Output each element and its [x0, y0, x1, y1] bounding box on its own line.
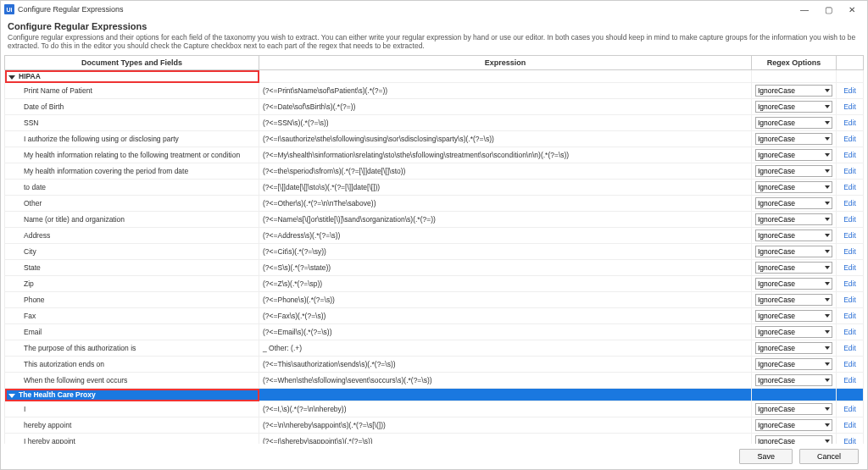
field-row[interactable]: My health information relating to the fo…: [5, 147, 864, 163]
regex-options-select[interactable]: [755, 310, 832, 322]
regex-options-select[interactable]: [755, 262, 832, 274]
field-row[interactable]: Date of Birth(?<=Date\sof\sBirth\s)(.*(?…: [5, 99, 864, 115]
group-label: The Health Care Proxy: [19, 390, 96, 399]
field-name: When the following event occurs: [5, 373, 259, 389]
regex-options-select[interactable]: [755, 85, 832, 97]
field-row[interactable]: City(?<=Cit\s)(.*(?=\sy))Edit: [5, 244, 864, 260]
edit-link[interactable]: Edit: [843, 405, 856, 413]
field-expression: (?<=\n\nhereby\sappoint\s)(.*(?=\s[\(])): [259, 417, 752, 434]
field-expression: (?<=Address\s)(.*(?=\s)): [259, 228, 752, 244]
regex-options-select[interactable]: [755, 342, 832, 354]
field-row[interactable]: Other(?<=Other\s)(.*(?=\n\nThe\sabove))E…: [5, 196, 864, 212]
edit-link[interactable]: Edit: [843, 231, 856, 240]
field-row[interactable]: The purpose of this authorization is_ Ot…: [5, 340, 864, 357]
field-name: Date of Birth: [5, 99, 259, 115]
field-row[interactable]: to date(?<=[\]]date[\[]\sto\s)(.*(?=[\]]…: [5, 180, 864, 196]
field-row[interactable]: hereby appoint(?<=\n\nhereby\sappoint\s)…: [5, 417, 864, 434]
field-expression: (?<=Cit\s)(.*(?=\sy)): [259, 244, 752, 260]
regex-options-cell: [752, 276, 837, 292]
regex-options-select[interactable]: [755, 294, 832, 306]
cancel-button[interactable]: Cancel: [799, 449, 859, 464]
field-name: to date: [5, 180, 259, 196]
edit-link[interactable]: Edit: [843, 312, 856, 320]
edit-link[interactable]: Edit: [843, 360, 856, 368]
regex-options-cell: [752, 180, 837, 196]
regex-options-cell: [752, 244, 837, 260]
regex-options-cell: [752, 357, 837, 373]
edit-link[interactable]: Edit: [843, 296, 856, 304]
edit-link[interactable]: Edit: [843, 183, 856, 191]
page-subtitle: Configure regular expressions and their …: [8, 33, 860, 50]
field-expression: (?<=Phone\s)(.*(?=\s)): [259, 292, 752, 308]
maximize-button[interactable]: ▢: [816, 1, 840, 18]
edit-link[interactable]: Edit: [843, 167, 856, 175]
field-expression: (?<=This\sauthorization\sends\s)(.*(?=\s…: [259, 357, 752, 373]
regex-options-select[interactable]: [755, 419, 832, 431]
edit-link[interactable]: Edit: [843, 421, 856, 429]
regex-table: Document Types and Fields Expression Reg…: [4, 55, 864, 444]
group-row[interactable]: HIPAA: [5, 70, 864, 83]
field-row[interactable]: My health information covering the perio…: [5, 163, 864, 180]
caret-down-icon: [8, 75, 15, 80]
regex-options-select[interactable]: [755, 101, 832, 113]
field-row[interactable]: Print Name of Patient(?<=Print\sName\sof…: [5, 83, 864, 99]
edit-link[interactable]: Edit: [843, 263, 856, 272]
edit-link[interactable]: Edit: [843, 151, 856, 159]
edit-link[interactable]: Edit: [843, 119, 856, 127]
regex-options-select[interactable]: [755, 117, 832, 129]
field-row[interactable]: This autorization ends on(?<=This\sautho…: [5, 357, 864, 373]
field-row[interactable]: Zip(?<=Z\s)(.*(?=\sp))Edit: [5, 276, 864, 292]
regex-options-select[interactable]: [755, 246, 832, 257]
field-row[interactable]: I(?<=I,\s)(.*(?=\n\nhereby))Edit: [5, 401, 864, 417]
regex-options-select[interactable]: [755, 197, 832, 209]
edit-link[interactable]: Edit: [843, 86, 856, 95]
field-row[interactable]: Fax(?<=Fax\s)(.*(?=\s))Edit: [5, 308, 864, 324]
field-row[interactable]: I authorize the following using or discl…: [5, 131, 864, 147]
edit-link[interactable]: Edit: [843, 102, 856, 111]
edit-link[interactable]: Edit: [843, 328, 856, 336]
field-name: I hereby appoint: [5, 434, 259, 444]
group-row[interactable]: The Health Care Proxy: [5, 389, 864, 401]
field-expression: (?<=Other\s)(.*(?=\n\nThe\sabove)): [259, 196, 752, 212]
minimize-button[interactable]: —: [793, 1, 816, 18]
field-row[interactable]: Email(?<=Email\s)(.*(?=\s))Edit: [5, 324, 864, 340]
regex-options-select[interactable]: [755, 213, 832, 225]
field-name: SSN: [5, 115, 259, 131]
edit-link[interactable]: Edit: [843, 279, 856, 288]
regex-options-select[interactable]: [755, 181, 832, 193]
regex-options-select[interactable]: [755, 403, 832, 415]
field-name: State: [5, 260, 259, 276]
regex-options-select[interactable]: [755, 229, 832, 241]
field-row[interactable]: I hereby appoint(?<=I\shereby\sappoint\s…: [5, 434, 864, 444]
field-expression: (?<=Z\s)(.*(?=\sp)): [259, 276, 752, 292]
edit-link[interactable]: Edit: [843, 344, 856, 352]
field-row[interactable]: When the following event occurs(?<=When\…: [5, 373, 864, 389]
close-button[interactable]: ✕: [840, 1, 864, 18]
field-row[interactable]: Name (or title) and organization(?<=Name…: [5, 212, 864, 228]
regex-options-cell: [752, 434, 837, 444]
edit-link[interactable]: Edit: [843, 376, 856, 384]
regex-options-select[interactable]: [755, 149, 832, 161]
edit-link[interactable]: Edit: [843, 199, 856, 207]
regex-options-select[interactable]: [755, 165, 832, 177]
regex-options-select[interactable]: [755, 435, 832, 444]
save-button[interactable]: Save: [739, 449, 793, 464]
edit-link[interactable]: Edit: [843, 247, 856, 256]
field-row[interactable]: State(?<=S\s)(.*(?=\state))Edit: [5, 260, 864, 276]
field-row[interactable]: Phone(?<=Phone\s)(.*(?=\s))Edit: [5, 292, 864, 308]
regex-options-select[interactable]: [755, 374, 832, 386]
field-name: My health information covering the perio…: [5, 163, 259, 180]
field-name: This autorization ends on: [5, 357, 259, 373]
edit-link[interactable]: Edit: [843, 437, 856, 444]
regex-options-select[interactable]: [755, 358, 832, 370]
regex-options-select[interactable]: [755, 278, 832, 290]
regex-options-select[interactable]: [755, 133, 832, 145]
field-row[interactable]: Address(?<=Address\s)(.*(?=\s))Edit: [5, 228, 864, 244]
edit-link[interactable]: Edit: [843, 215, 856, 224]
col-doctypes: Document Types and Fields: [5, 56, 259, 70]
regex-options-cell: [752, 228, 837, 244]
field-row[interactable]: SSN(?<=SSN\s)(.*(?=\s))Edit: [5, 115, 864, 131]
regex-options-select[interactable]: [755, 326, 832, 338]
col-edit: [837, 56, 864, 70]
edit-link[interactable]: Edit: [843, 135, 856, 143]
